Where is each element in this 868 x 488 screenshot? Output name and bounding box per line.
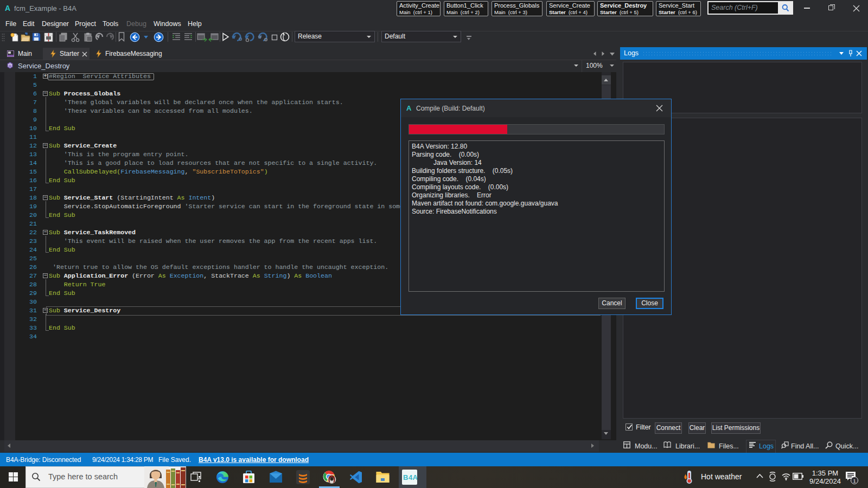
svg-text:1: 1 [853, 478, 856, 484]
